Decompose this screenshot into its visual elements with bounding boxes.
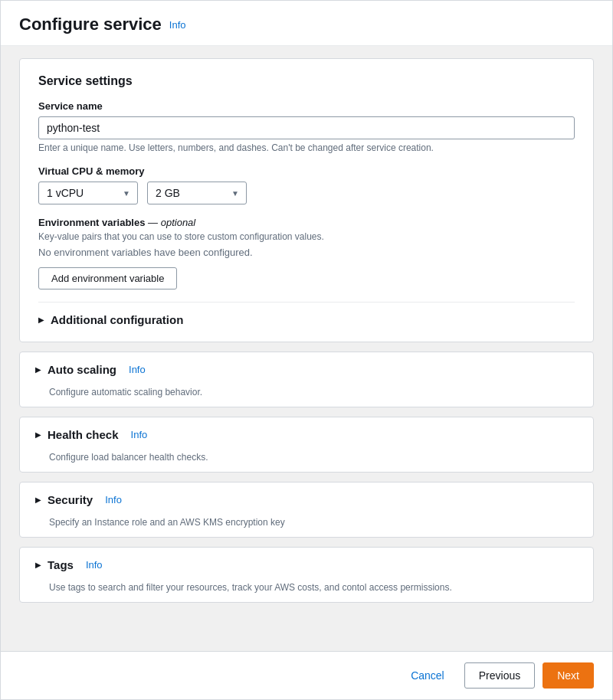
auto-scaling-panel: ▶ Auto scaling Info Configure automatic …: [19, 352, 594, 407]
env-vars-section: Environment variables — optional Key-val…: [38, 217, 575, 289]
page-header: Configure service Info: [1, 1, 612, 46]
tags-panel: ▶ Tags Info Use tags to search and filte…: [19, 547, 594, 603]
cpu-select-wrapper: 0.25 vCPU 0.5 vCPU 1 vCPU 2 vCPU 4 vCPU …: [38, 182, 138, 204]
cancel-button[interactable]: Cancel: [398, 663, 457, 688]
security-info-link[interactable]: Info: [105, 494, 122, 505]
service-name-input[interactable]: [38, 116, 575, 139]
service-name-group: Service name Enter a unique name. Use le…: [38, 100, 575, 153]
page-container: Configure service Info Service settings …: [0, 0, 613, 700]
select-row: 0.25 vCPU 0.5 vCPU 1 vCPU 2 vCPU 4 vCPU …: [38, 182, 575, 204]
service-settings-title: Service settings: [38, 74, 575, 88]
health-check-panel: ▶ Health check Info Configure load balan…: [19, 417, 594, 473]
tags-description: Use tags to search and filter your resou…: [20, 582, 593, 602]
cpu-select[interactable]: 0.25 vCPU 0.5 vCPU 1 vCPU 2 vCPU 4 vCPU: [38, 182, 138, 204]
auto-scaling-arrow-icon: ▶: [35, 365, 41, 374]
service-name-hint: Enter a unique name. Use letters, number…: [38, 142, 575, 153]
additional-config-header[interactable]: ▶ Additional configuration: [38, 303, 575, 326]
memory-select[interactable]: 0.5 GB 1 GB 2 GB 3 GB 4 GB 6 GB 8 GB: [147, 182, 247, 204]
previous-button[interactable]: Previous: [464, 662, 535, 689]
auto-scaling-description: Configure automatic scaling behavior.: [20, 387, 593, 407]
page-title: Configure service: [19, 15, 162, 34]
tags-header[interactable]: ▶ Tags Info: [20, 548, 593, 582]
vcpu-memory-group: Virtual CPU & memory 0.25 vCPU 0.5 vCPU …: [38, 165, 575, 204]
env-vars-hint: Key-value pairs that you can use to stor…: [38, 231, 575, 242]
page-footer: Cancel Previous Next: [1, 651, 612, 699]
auto-scaling-header[interactable]: ▶ Auto scaling Info: [20, 352, 593, 387]
health-check-description: Configure load balancer health checks.: [20, 452, 593, 472]
health-check-header[interactable]: ▶ Health check Info: [20, 417, 593, 452]
auto-scaling-title: Auto scaling: [48, 363, 116, 376]
additional-config-title: Additional configuration: [51, 313, 183, 326]
vcpu-memory-label: Virtual CPU & memory: [38, 165, 575, 177]
additional-config-arrow-icon: ▶: [38, 316, 44, 324]
security-title: Security: [48, 493, 93, 506]
tags-arrow-icon: ▶: [35, 561, 41, 569]
page-content: Service settings Service name Enter a un…: [1, 46, 612, 651]
security-panel: ▶ Security Info Specify an Instance role…: [19, 482, 594, 538]
tags-title: Tags: [48, 558, 74, 571]
env-vars-empty: No environment variables have been confi…: [38, 247, 575, 258]
service-settings-main: Service settings Service name Enter a un…: [20, 59, 593, 342]
health-check-arrow-icon: ▶: [35, 430, 41, 439]
next-button[interactable]: Next: [543, 662, 594, 689]
health-check-info-link[interactable]: Info: [131, 429, 148, 440]
memory-select-wrapper: 0.5 GB 1 GB 2 GB 3 GB 4 GB 6 GB 8 GB ▼: [147, 182, 247, 204]
service-settings-panel: Service settings Service name Enter a un…: [19, 58, 594, 342]
page-info-link[interactable]: Info: [169, 19, 186, 31]
health-check-title: Health check: [48, 428, 119, 441]
auto-scaling-info-link[interactable]: Info: [129, 364, 146, 375]
env-vars-title: Environment variables — optional: [38, 217, 575, 228]
security-arrow-icon: ▶: [35, 496, 41, 504]
service-name-label: Service name: [38, 100, 575, 112]
tags-info-link[interactable]: Info: [86, 559, 103, 571]
security-header[interactable]: ▶ Security Info: [20, 482, 593, 517]
add-env-var-button[interactable]: Add environment variable: [38, 267, 177, 289]
security-description: Specify an Instance role and an AWS KMS …: [20, 517, 593, 537]
